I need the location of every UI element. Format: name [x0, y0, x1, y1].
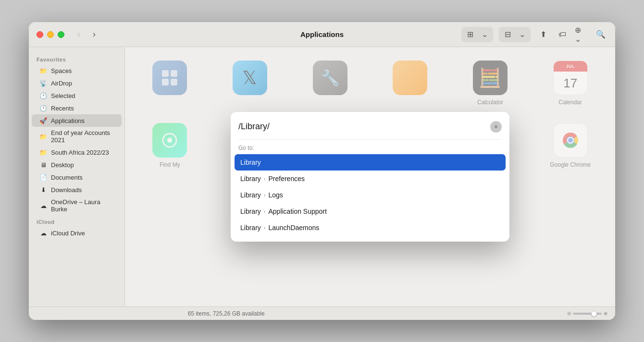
sidebar-item-recents[interactable]: 🕐 Recents: [32, 102, 122, 114]
dialog-item-library[interactable]: Library: [235, 154, 506, 171]
column-view-group: ⊟ ⌄: [499, 27, 531, 42]
back-button[interactable]: ‹: [72, 28, 86, 41]
goto-dialog: × Go to: Library Library ›: [231, 112, 509, 242]
goto-label: Go to:: [231, 140, 509, 154]
file-area: 𝕏 🔧 🧮: [125, 47, 615, 306]
chevron-icon-launchdaemons: ›: [264, 225, 266, 231]
sidebar-item-desktop[interactable]: 🖥 Desktop: [32, 159, 122, 171]
dialog-item-library-prefs[interactable]: Library › Preferences: [235, 171, 506, 187]
sidebar-item-icloud-drive-label: iCloud Drive: [51, 230, 85, 237]
spaces-icon: 📁: [39, 67, 47, 74]
main-area: Favourites 📁 Spaces 📡 AirDrop 🕐 Selected…: [29, 47, 615, 306]
column-view-button[interactable]: ⊟: [501, 28, 514, 41]
forward-button[interactable]: ›: [87, 28, 101, 41]
column-view-dropdown[interactable]: ⌄: [515, 28, 529, 41]
size-slider-track[interactable]: [573, 313, 602, 315]
view-toggle-group: ⊞ ⌄: [461, 27, 493, 42]
sidebar: Favourites 📁 Spaces 📡 AirDrop 🕐 Selected…: [29, 47, 125, 306]
dialog-item-library-logs[interactable]: Library › Logs: [235, 187, 506, 203]
sidebar-item-desktop-label: Desktop: [51, 161, 74, 169]
sidebar-item-airdrop[interactable]: 📡 AirDrop: [32, 77, 122, 89]
dialog-item-launchdaemons-breadcrumb: Library: [240, 224, 261, 232]
sidebar-item-onedrive-label: OneDrive – Laura Burke: [51, 198, 114, 213]
endofyear-icon: 📁: [39, 133, 47, 140]
dialog-item-library-label: Library: [240, 159, 261, 166]
traffic-lights: [37, 31, 64, 38]
finder-window: ‹ › Applications ⊞ ⌄ ⊟ ⌄ ⬆ 🏷 ⊕ ⌄ 🔍 Favou…: [29, 22, 615, 320]
selected-icon: 🕐: [39, 92, 47, 99]
dialog-item-library-appsupport[interactable]: Library › Application Support: [235, 203, 506, 220]
dialog-item-appsupport-breadcrumb: Library: [240, 208, 261, 215]
goto-dialog-overlay: × Go to: Library Library ›: [125, 47, 615, 306]
sidebar-item-downloads[interactable]: ⬇ Downloads: [32, 183, 122, 196]
status-bar: 65 items, 725,26 GB available ⊖ ⊕: [29, 306, 615, 320]
dialog-item-appsupport-label: Application Support: [268, 208, 326, 215]
dialog-item-logs-breadcrumb: Library: [240, 191, 261, 199]
dialog-header: ×: [231, 112, 509, 134]
dialog-item-launchdaemons-label: LaunchDaemons: [268, 224, 319, 232]
dialog-close-button[interactable]: ×: [490, 121, 502, 133]
sidebar-item-spaces[interactable]: 📁 Spaces: [32, 64, 122, 77]
share-button[interactable]: ⬆: [536, 28, 550, 41]
chevron-icon-appsupport: ›: [264, 208, 266, 214]
sidebar-item-applications[interactable]: 🚀 Applications: [32, 114, 122, 127]
dialog-item-prefs-label: Preferences: [268, 175, 304, 183]
sidebar-item-southafrica[interactable]: 📁 South Africa 2022/23: [32, 146, 122, 159]
favourites-label: Favourites: [29, 53, 124, 64]
goto-input[interactable]: [238, 120, 486, 134]
desktop-icon: 🖥: [39, 161, 47, 169]
applications-icon: 🚀: [39, 117, 47, 124]
icloud-label: iCloud: [29, 215, 124, 227]
close-button[interactable]: [37, 31, 43, 38]
sidebar-item-applications-label: Applications: [51, 117, 85, 124]
sidebar-item-endofyear[interactable]: 📁 End of year Accounts 2021: [32, 127, 122, 146]
minimize-button[interactable]: [47, 31, 54, 38]
sidebar-item-selected[interactable]: 🕐 Selected: [32, 89, 122, 102]
window-title: Applications: [300, 30, 344, 38]
tag-button[interactable]: 🏷: [556, 28, 569, 41]
sidebar-item-southafrica-label: South Africa 2022/23: [51, 149, 109, 156]
chevron-icon-prefs: ›: [264, 176, 266, 182]
maximize-button[interactable]: [58, 31, 64, 38]
sidebar-item-onedrive[interactable]: ☁ OneDrive – Laura Burke: [32, 196, 122, 215]
sidebar-item-airdrop-label: AirDrop: [51, 80, 72, 87]
titlebar: ‹ › Applications ⊞ ⌄ ⊟ ⌄ ⬆ 🏷 ⊕ ⌄ 🔍: [29, 22, 615, 47]
dialog-item-prefs-breadcrumb: Library: [240, 175, 261, 183]
more-button[interactable]: ⊕ ⌄: [575, 28, 588, 41]
recents-icon: 🕐: [39, 104, 47, 112]
downloads-icon: ⬇: [39, 186, 47, 194]
sidebar-item-spaces-label: Spaces: [51, 67, 72, 74]
sidebar-item-selected-label: Selected: [51, 92, 75, 99]
documents-icon: 📄: [39, 173, 47, 181]
chevron-icon-logs: ›: [264, 192, 266, 198]
zoom-slider: ⊖ ⊕: [567, 311, 607, 316]
nav-buttons: ‹ ›: [72, 28, 101, 41]
dialog-item-logs-label: Logs: [268, 191, 283, 199]
toolbar-right: ⊞ ⌄ ⊟ ⌄ ⬆ 🏷 ⊕ ⌄ 🔍: [461, 27, 607, 42]
grid-view-button[interactable]: ⊞: [463, 28, 477, 41]
dialog-list: Library Library › Preferences Library ›: [231, 154, 509, 242]
sidebar-item-documents-label: Documents: [51, 174, 83, 181]
status-text: 65 items, 725,26 GB available: [188, 310, 265, 317]
dialog-item-library-launchdaemons[interactable]: Library › LaunchDaemons: [235, 220, 506, 236]
sidebar-item-icloud-drive[interactable]: ☁ iCloud Drive: [32, 227, 122, 239]
southafrica-icon: 📁: [39, 148, 47, 156]
sidebar-item-recents-label: Recents: [51, 105, 74, 112]
dialog-input-row: ×: [238, 120, 502, 134]
icloud-drive-icon: ☁: [39, 229, 47, 237]
search-button[interactable]: 🔍: [594, 28, 607, 41]
size-slider-thumb: [591, 311, 597, 317]
sidebar-item-downloads-label: Downloads: [51, 186, 82, 194]
sidebar-item-endofyear-label: End of year Accounts 2021: [51, 129, 114, 144]
sidebar-item-documents[interactable]: 📄 Documents: [32, 171, 122, 183]
onedrive-icon: ☁: [39, 202, 47, 209]
view-options-button[interactable]: ⌄: [478, 28, 491, 41]
airdrop-icon: 📡: [39, 79, 47, 87]
